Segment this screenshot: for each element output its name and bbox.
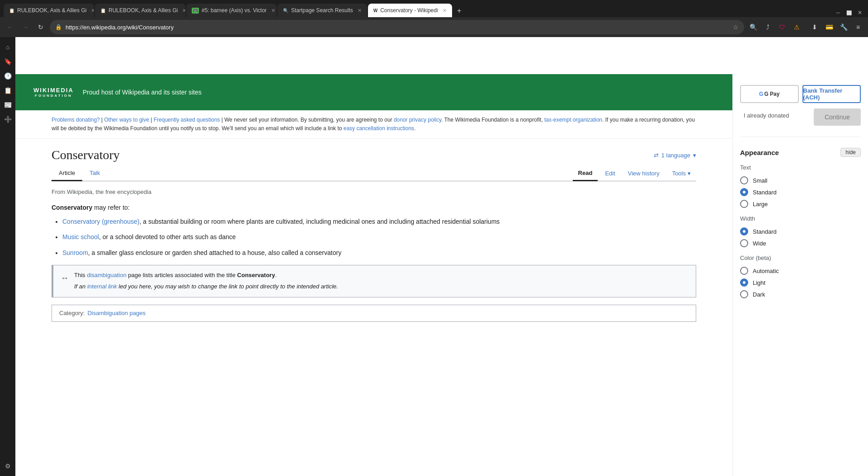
alert-button[interactable]: ⚠ — [790, 21, 803, 33]
color-light-option[interactable]: Light — [740, 277, 861, 288]
sidebar-history-icon[interactable]: 🕐 — [1, 70, 14, 82]
bank-transfer-button[interactable]: Bank Transfer (ACH) — [802, 85, 861, 103]
wiki-body: Conservatory may refer to: Conservatory … — [52, 203, 696, 322]
hide-button[interactable]: hide — [840, 148, 861, 157]
action-edit[interactable]: Edit — [599, 166, 620, 180]
tab-5-close[interactable]: ✕ — [443, 8, 447, 14]
lang-selector[interactable]: ⇄ 1 language ▾ — [654, 152, 696, 159]
wikimedia-logo: WIKIMEDIA FOUNDATION — [33, 87, 74, 98]
disambiguation-link[interactable]: disambiguation — [87, 272, 126, 278]
extensions-button[interactable]: 🔧 — [837, 21, 850, 33]
sunroom-link[interactable]: Sunroom — [62, 249, 88, 256]
search-button[interactable]: 🔍 — [747, 21, 760, 33]
sidebar-add-icon[interactable]: ➕ — [1, 113, 14, 126]
list-item-2: Music school, or a school devoted to oth… — [62, 232, 696, 242]
music-school-link[interactable]: Music school — [62, 233, 99, 240]
problems-donating-link[interactable]: Problems donating? — [52, 117, 100, 123]
donation-banner-text: Proud host of Wikipedia and its sister s… — [83, 89, 202, 96]
tab-2[interactable]: 📋 RULEBOOK, Axis & Allies Gi ✕ — [95, 4, 185, 17]
sidebar-bookmark-icon[interactable]: 🔖 — [1, 55, 14, 68]
translate-icon: ⇄ — [654, 152, 659, 159]
sidebar-settings-icon[interactable]: ⚙ — [1, 460, 14, 472]
lang-count: 1 language — [661, 152, 690, 159]
brave-shield-button[interactable]: 🛡 — [776, 21, 788, 33]
sidebar-reading-icon[interactable]: 📋 — [1, 84, 14, 97]
color-auto-option[interactable]: Automatic — [740, 265, 861, 277]
share-button[interactable]: ⤴ — [761, 21, 774, 33]
tab-5[interactable]: W Conservatory - Wikipedi ✕ — [368, 4, 452, 17]
text-large-radio[interactable] — [740, 200, 748, 208]
payment-section: G G Pay Bank Transfer (ACH) I already do… — [740, 81, 861, 133]
color-light-label: Light — [753, 279, 765, 286]
wiki-tab-nav: Article Talk Read Edit View history Tool… — [52, 166, 696, 181]
tools-dropdown[interactable]: Tools ▾ — [667, 166, 696, 180]
tab-3-close[interactable]: ✕ — [271, 8, 275, 14]
restore-button[interactable]: ⬜ — [844, 8, 854, 17]
appearance-title: Appearance — [740, 149, 779, 156]
internal-link-link[interactable]: internal link — [87, 283, 117, 290]
cancellation-link[interactable]: easy cancellation instructions — [344, 125, 414, 132]
new-tab-button[interactable]: + — [453, 5, 466, 17]
width-wide-radio[interactable] — [740, 239, 748, 247]
donated-continue-row: I already donated Continue — [740, 108, 861, 126]
disambiguation-pages-link[interactable]: Disambiguation pages — [87, 309, 146, 318]
minimize-button[interactable]: ─ — [834, 8, 843, 17]
color-dark-radio[interactable] — [740, 290, 748, 298]
width-standard-radio[interactable] — [740, 227, 748, 236]
tab-article[interactable]: Article — [52, 166, 82, 181]
right-panel: G G Pay Bank Transfer (ACH) I already do… — [732, 74, 868, 476]
donor-privacy-link[interactable]: donor privacy policy — [394, 117, 441, 123]
sidebar-home-icon[interactable]: ⌂ — [1, 41, 14, 53]
action-view-history[interactable]: View history — [623, 166, 665, 180]
download-button[interactable]: ⬇ — [808, 21, 821, 33]
disambiguation-text: This disambiguation page lists articles … — [74, 271, 338, 292]
conservatory-greenhouse-link[interactable]: Conservatory (greenhouse) — [62, 218, 139, 225]
tab-4-favicon: 🔍 — [283, 8, 288, 13]
tab-1[interactable]: 📋 RULEBOOK, Axis & Allies Gi ✕ — [4, 4, 94, 17]
tab-2-favicon: 📋 — [100, 8, 106, 13]
menu-button[interactable]: ≡ — [852, 21, 864, 33]
color-auto-radio[interactable] — [740, 267, 748, 275]
tab-4-close[interactable]: ✕ — [358, 8, 362, 14]
tab-1-close[interactable]: ✕ — [91, 8, 94, 14]
other-ways-link[interactable]: Other ways to give — [104, 117, 149, 123]
refresh-button[interactable]: ↻ — [34, 21, 47, 33]
text-standard-radio[interactable] — [740, 188, 748, 196]
close-button[interactable]: ✕ — [855, 8, 864, 17]
text-small-radio[interactable] — [740, 176, 748, 184]
back-button[interactable]: ← — [4, 21, 16, 33]
width-wide-option[interactable]: Wide — [740, 237, 861, 249]
i-already-donated-link[interactable]: I already donated — [740, 108, 793, 126]
forward-button[interactable]: → — [19, 21, 32, 33]
wiki-intro-bold: Conservatory — [52, 204, 92, 211]
sidebar-news-icon[interactable]: 📰 — [1, 99, 14, 111]
wallet-button[interactable]: 💳 — [823, 21, 835, 33]
text-large-label: Large — [753, 201, 768, 207]
tab-4[interactable]: 🔍 Startpage Search Results ✕ — [278, 4, 367, 17]
tab-3[interactable]: 🎮 #5: barnee (Axis) vs. Victor ✕ — [186, 4, 277, 17]
secure-icon: 🔒 — [55, 24, 62, 30]
tab-5-favicon: W — [373, 8, 377, 13]
text-standard-option[interactable]: Standard — [740, 186, 861, 198]
browser-sidebar: ⌂ 🔖 🕐 📋 📰 ➕ ⚙ — [0, 37, 15, 476]
color-dark-option[interactable]: Dark — [740, 288, 861, 300]
text-large-option[interactable]: Large — [740, 198, 861, 210]
tab-1-label: RULEBOOK, Axis & Allies Gi — [17, 7, 86, 14]
tax-exempt-link[interactable]: tax-exempt organization — [544, 117, 602, 123]
gpay-button[interactable]: G G Pay — [740, 85, 799, 103]
gpay-label: G Pay — [764, 91, 779, 97]
tools-chevron-icon: ▾ — [688, 170, 691, 177]
color-light-radio[interactable] — [740, 278, 748, 287]
tab-2-close[interactable]: ✕ — [182, 8, 185, 14]
bookmark-icon[interactable]: ☆ — [733, 24, 739, 31]
text-small-option[interactable]: Small — [740, 174, 861, 186]
tab-talk[interactable]: Talk — [82, 166, 107, 181]
faq-link[interactable]: Frequently asked questions — [154, 117, 220, 123]
url-input[interactable] — [66, 24, 729, 31]
continue-button[interactable]: Continue — [814, 108, 861, 126]
donation-banner: WIKIMEDIA FOUNDATION Proud host of Wikip… — [15, 74, 732, 110]
width-standard-option[interactable]: Standard — [740, 226, 861, 237]
divider-1 — [740, 137, 861, 137]
action-read[interactable]: Read — [573, 166, 598, 181]
tab-2-label: RULEBOOK, Axis & Allies Gi — [108, 7, 178, 14]
